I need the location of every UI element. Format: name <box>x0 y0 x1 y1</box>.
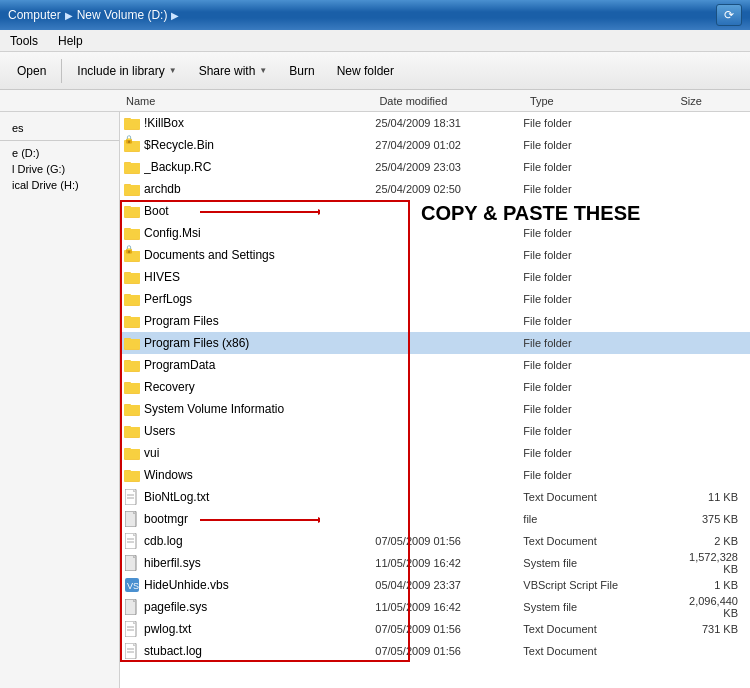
svg-rect-23 <box>124 273 140 283</box>
col-size[interactable]: Size <box>674 95 750 107</box>
burn-button[interactable]: Burn <box>280 57 323 85</box>
file-size: 731 KB <box>671 623 746 635</box>
svg-rect-38 <box>124 383 140 393</box>
file-name: HideUnhide.vbs <box>144 578 375 592</box>
breadcrumb-arrow-2: ▶ <box>171 10 179 21</box>
table-row[interactable]: HIVESFile folder <box>120 266 750 288</box>
table-row[interactable]: vuiFile folder <box>120 442 750 464</box>
file-size: 2 KB <box>671 535 746 547</box>
file-name: PerfLogs <box>144 292 375 306</box>
svg-rect-35 <box>124 361 140 371</box>
file-size: 2,096,440 KB <box>671 595 746 619</box>
table-row[interactable]: stubact.log07/05/2009 01:56Text Document <box>120 640 750 662</box>
file-type: File folder <box>523 161 671 173</box>
table-row[interactable]: cdb.log07/05/2009 01:56Text Document2 KB <box>120 530 750 552</box>
table-row[interactable]: pwlog.txt07/05/2009 01:56Text Document73… <box>120 618 750 640</box>
file-name: pwlog.txt <box>144 622 375 636</box>
table-row[interactable]: RecoveryFile folder <box>120 376 750 398</box>
file-name: Program Files <box>144 314 375 328</box>
file-type: System file <box>523 601 671 613</box>
file-type: Text Document <box>523 491 671 503</box>
sidebar-item-h[interactable]: ical Drive (H:) <box>0 177 119 193</box>
table-row[interactable]: Program FilesFile folder <box>120 310 750 332</box>
col-name[interactable]: Name <box>120 95 373 107</box>
file-type: File folder <box>523 183 671 195</box>
menu-tools[interactable]: Tools <box>6 32 42 50</box>
refresh-button[interactable]: ⟳ <box>716 4 742 26</box>
folder-icon <box>124 423 140 439</box>
svg-rect-2 <box>124 119 140 129</box>
share-with-label: Share with <box>199 64 256 78</box>
folder-icon <box>124 467 140 483</box>
svg-text:VS: VS <box>127 581 139 591</box>
file-type: File folder <box>523 117 671 129</box>
breadcrumb-volume[interactable]: New Volume (D:) <box>77 8 168 22</box>
file-type: File folder <box>523 381 671 393</box>
file-type: File folder <box>523 205 671 217</box>
table-row[interactable]: bootmgrfile375 KB <box>120 508 750 530</box>
file-size: 1,572,328 KB <box>671 551 746 575</box>
file-name: Program Files (x86) <box>144 336 375 350</box>
table-row[interactable]: BootFile folder <box>120 200 750 222</box>
file-icon: VS <box>124 577 140 593</box>
title-bar-controls: ⟳ <box>716 4 742 26</box>
file-name: Boot <box>144 204 375 218</box>
menu-bar: Tools Help <box>0 30 750 52</box>
sidebar-item-es[interactable]: es <box>0 120 119 136</box>
table-row[interactable]: 🔒$Recycle.Bin27/04/2009 01:02File folder <box>120 134 750 156</box>
table-row[interactable]: WindowsFile folder <box>120 464 750 486</box>
file-icon <box>124 599 140 615</box>
table-row[interactable]: UsersFile folder <box>120 420 750 442</box>
table-row[interactable]: 🔒Documents and SettingsFile folder <box>120 244 750 266</box>
col-type[interactable]: Type <box>524 95 674 107</box>
file-type: File folder <box>523 139 671 151</box>
file-name: stubact.log <box>144 644 375 658</box>
table-row[interactable]: Config.MsiFile folder <box>120 222 750 244</box>
table-row[interactable]: ProgramDataFile folder <box>120 354 750 376</box>
include-library-label: Include in library <box>77 64 164 78</box>
file-name: _Backup.RC <box>144 160 375 174</box>
svg-rect-50 <box>124 471 140 481</box>
file-type: Text Document <box>523 535 671 547</box>
toolbar-separator-1 <box>61 59 62 83</box>
open-button[interactable]: Open <box>8 57 55 85</box>
file-icon <box>124 643 140 659</box>
table-row[interactable]: Program Files (x86)File folder <box>120 332 750 354</box>
title-bar: Computer ▶ New Volume (D:) ▶ ⟳ <box>0 0 750 30</box>
file-name: archdb <box>144 182 375 196</box>
table-row[interactable]: PerfLogsFile folder <box>120 288 750 310</box>
table-row[interactable]: System Volume InformatioFile folder <box>120 398 750 420</box>
file-type: File folder <box>523 227 671 239</box>
file-name: ProgramData <box>144 358 375 372</box>
include-library-button[interactable]: Include in library ▼ <box>68 57 185 85</box>
file-type: File folder <box>523 337 671 349</box>
new-folder-button[interactable]: New folder <box>328 57 403 85</box>
breadcrumb: Computer ▶ New Volume (D:) ▶ <box>8 8 716 22</box>
file-type: File folder <box>523 293 671 305</box>
table-row[interactable]: pagefile.sys11/05/2009 16:42System file2… <box>120 596 750 618</box>
file-icon <box>124 511 140 527</box>
folder-icon <box>124 445 140 461</box>
table-row[interactable]: hiberfil.sys11/05/2009 16:42System file1… <box>120 552 750 574</box>
table-row[interactable]: BioNtLog.txtText Document11 KB <box>120 486 750 508</box>
folder-icon <box>124 335 140 351</box>
table-row[interactable]: archdb25/04/2009 02:50File folder <box>120 178 750 200</box>
table-row[interactable]: _Backup.RC25/04/2009 23:03File folder <box>120 156 750 178</box>
sidebar-item-g[interactable]: l Drive (G:) <box>0 161 119 177</box>
file-type: File folder <box>523 447 671 459</box>
column-headers: Name Date modified Type Size <box>0 90 750 112</box>
folder-icon <box>124 269 140 285</box>
file-date: 27/04/2009 01:02 <box>375 139 523 151</box>
share-with-button[interactable]: Share with ▼ <box>190 57 277 85</box>
file-date: 07/05/2009 01:56 <box>375 535 523 547</box>
breadcrumb-computer[interactable]: Computer <box>8 8 61 22</box>
file-type: System file <box>523 557 671 569</box>
content-area: es e (D:) l Drive (G:) ical Drive (H:) !… <box>0 112 750 688</box>
col-date[interactable]: Date modified <box>373 95 523 107</box>
folder-icon <box>124 115 140 131</box>
file-type: file <box>523 513 671 525</box>
sidebar-item-d[interactable]: e (D:) <box>0 145 119 161</box>
menu-help[interactable]: Help <box>54 32 87 50</box>
table-row[interactable]: VS HideUnhide.vbs05/04/2009 23:37VBScrip… <box>120 574 750 596</box>
table-row[interactable]: !KillBox25/04/2009 18:31File folder <box>120 112 750 134</box>
